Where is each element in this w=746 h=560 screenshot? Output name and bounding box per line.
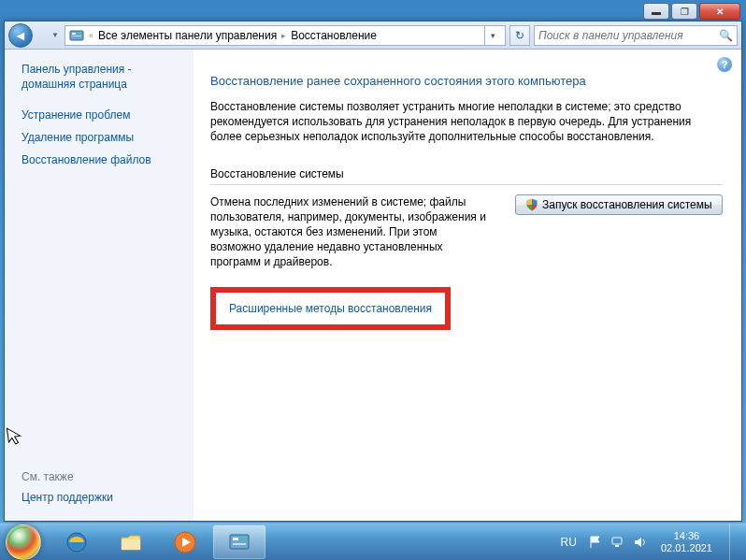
maximize-button[interactable]: ❐ <box>671 3 697 20</box>
svg-point-3 <box>79 32 82 35</box>
breadcrumb-chevron-icon: ▸ <box>279 31 289 40</box>
sidebar-home-link[interactable]: Панель управления - домашняя страница <box>22 63 183 92</box>
address-bar-row: ◄ ► ▼ « Все элементы панели управления ▸… <box>5 22 741 50</box>
control-panel-taskbar-icon <box>227 530 251 554</box>
see-also-header: См. также <box>22 470 183 483</box>
advanced-recovery-link[interactable]: Расширенные методы восстановления <box>229 302 432 315</box>
minimize-button[interactable]: ▬ <box>643 3 669 20</box>
nav-back-button[interactable]: ◄ <box>8 23 33 48</box>
restore-description: Отмена последних изменений в системе; фа… <box>210 194 491 270</box>
nav-history-dropdown[interactable]: ▼ <box>50 23 61 48</box>
system-tray: RU 14:36 02.01.2021 <box>557 524 740 561</box>
taskbar-item-explorer[interactable] <box>105 525 157 559</box>
wmp-icon <box>173 530 197 554</box>
language-indicator[interactable]: RU <box>557 536 581 549</box>
taskbar-item-control-panel[interactable] <box>213 525 265 559</box>
svg-rect-2 <box>72 36 81 36</box>
control-panel-window: ◄ ► ▼ « Все элементы панели управления ▸… <box>4 21 742 522</box>
tray-network-icon[interactable] <box>610 535 625 550</box>
svg-rect-13 <box>615 545 619 547</box>
sidebar-item-troubleshoot[interactable]: Устранение проблем <box>22 108 183 122</box>
taskbar-clock[interactable]: 14:36 02.01.2021 <box>655 530 718 553</box>
taskbar: RU 14:36 02.01.2021 <box>0 523 746 560</box>
show-desktop-button[interactable] <box>729 524 739 561</box>
search-box[interactable]: 🔍 <box>534 25 738 46</box>
clock-date: 02.01.2021 <box>661 542 712 554</box>
svg-rect-9 <box>233 538 238 540</box>
taskbar-item-ie[interactable] <box>50 525 103 559</box>
start-system-restore-button[interactable]: Запуск восстановления системы <box>515 194 723 215</box>
refresh-button[interactable]: ↻ <box>509 25 530 46</box>
search-input[interactable] <box>538 29 719 42</box>
control-panel-icon <box>69 28 84 43</box>
search-icon[interactable]: 🔍 <box>719 29 733 42</box>
start-button[interactable] <box>6 524 41 560</box>
main-content: ? Восстановление ранее сохраненного сост… <box>194 50 741 521</box>
taskbar-item-wmp[interactable] <box>159 525 211 559</box>
clock-time: 14:36 <box>661 530 712 542</box>
restore-button-label: Запуск восстановления системы <box>542 198 712 211</box>
ie-icon <box>65 530 89 554</box>
page-title: Восстановление ранее сохраненного состоя… <box>210 74 723 88</box>
svg-rect-11 <box>233 543 246 545</box>
section-title: Восстановление системы <box>210 167 723 180</box>
help-icon[interactable]: ? <box>717 57 732 72</box>
svg-rect-12 <box>612 538 622 544</box>
sidebar-item-uninstall[interactable]: Удаление программы <box>22 131 183 144</box>
tray-volume-icon[interactable] <box>633 535 648 550</box>
sidebar-item-restore-files[interactable]: Восстановление файлов <box>22 153 183 166</box>
uac-shield-icon <box>525 198 538 211</box>
breadcrumb-sep-icon: « <box>86 31 96 40</box>
page-description: Восстановление системы позволяет устрани… <box>210 99 723 145</box>
svg-rect-1 <box>72 33 76 35</box>
tray-flag-icon[interactable] <box>588 535 603 550</box>
sidebar-item-action-center[interactable]: Центр поддержки <box>22 491 183 504</box>
svg-point-10 <box>242 538 246 541</box>
breadcrumb-item[interactable]: Восстановление <box>291 29 377 42</box>
highlight-box: Расширенные методы восстановления <box>210 287 451 330</box>
breadcrumb[interactable]: « Все элементы панели управления ▸ Восст… <box>65 25 506 46</box>
breadcrumb-item[interactable]: Все элементы панели управления <box>98 29 277 42</box>
section-divider <box>210 184 723 185</box>
folder-icon <box>119 530 143 554</box>
svg-rect-8 <box>230 535 249 549</box>
close-button[interactable]: ✕ <box>699 3 740 20</box>
breadcrumb-dropdown[interactable]: ▾ <box>484 25 501 46</box>
sidebar: Панель управления - домашняя страница Ус… <box>5 50 194 521</box>
